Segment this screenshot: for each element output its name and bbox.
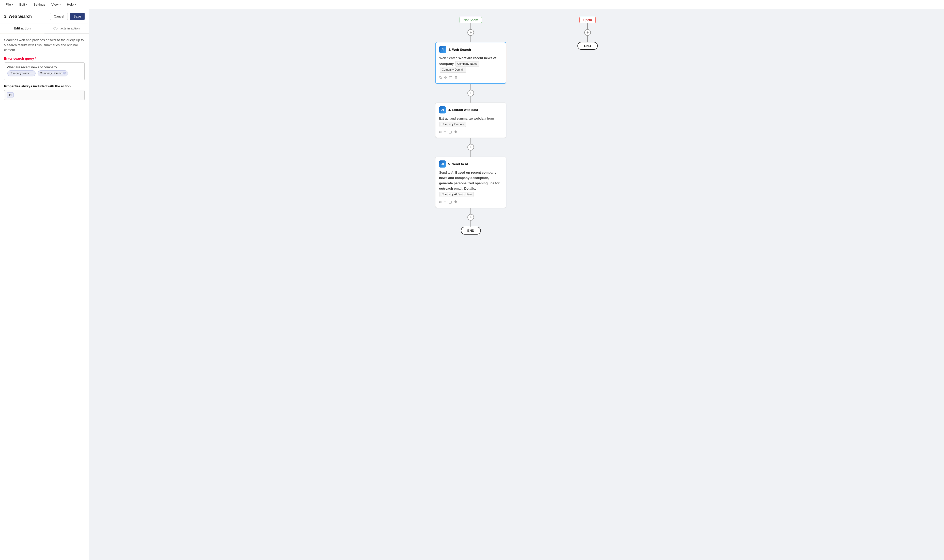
duplicate-icon-4[interactable]: ▢ (449, 130, 452, 134)
ai-badge-3: AI (439, 46, 446, 53)
copy-icon-3[interactable]: ⧉ (439, 75, 442, 80)
view-chevron-icon: ▾ (59, 3, 61, 6)
copy-icon-4[interactable]: ⧉ (439, 130, 441, 134)
spam-label: Spam (580, 17, 596, 23)
ai-badge-4: AI (439, 106, 446, 114)
add-button-right[interactable]: + (584, 29, 591, 36)
line-2 (470, 36, 471, 42)
search-query-box[interactable]: What are recent news of company Company … (4, 62, 85, 80)
add-button-4[interactable]: + (467, 214, 474, 221)
connector-1: + (467, 23, 474, 42)
tab-edit-action[interactable]: Edit action (0, 24, 45, 33)
left-panel-content: Searches web and provides answer to the … (0, 34, 89, 560)
tab-contacts-in-action[interactable]: Contacts in action (45, 24, 89, 33)
required-marker: * (35, 57, 36, 60)
search-query-label: Enter search query * (4, 57, 85, 60)
node5-tag-company-ai: Company AI Description (440, 192, 474, 197)
add-button-1[interactable]: + (467, 29, 474, 36)
node3-actions: ⧉ ✛ ▢ 🗑 (439, 75, 502, 80)
main-layout: 3. Web Search Cancel Save Edit action Co… (0, 9, 944, 560)
move-icon-4[interactable]: ✛ (444, 130, 447, 134)
node3-title: 3. Web Search (448, 48, 471, 52)
node5-body: Send to AI Based on recent company news … (439, 170, 503, 197)
help-menu[interactable]: Help ▾ (64, 2, 79, 8)
left-panel: 3. Web Search Cancel Save Edit action Co… (0, 9, 89, 560)
workflow-wrapper: Not Spam + AI 3. Web Search (94, 14, 939, 235)
move-icon-3[interactable]: ✛ (444, 75, 447, 80)
line-6 (470, 151, 471, 157)
node3-tag-company-domain: Company Domain (440, 67, 466, 72)
left-branch: Not Spam + AI 3. Web Search (435, 17, 506, 235)
cancel-button[interactable]: Cancel (50, 13, 68, 20)
line-1 (470, 23, 471, 29)
save-button[interactable]: Save (70, 13, 85, 20)
node-web-search[interactable]: AI 3. Web Search Web Search What are rec… (435, 42, 506, 84)
right-branch: Spam + END (577, 17, 597, 50)
left-panel-actions: Cancel Save (50, 13, 85, 20)
node4-actions: ⧉ ✛ ▢ 🗑 (439, 130, 503, 134)
ai-badge-5: AI (439, 160, 446, 168)
node5-actions: ⧉ ✛ ▢ 🗑 (439, 200, 503, 204)
line-r1 (587, 23, 588, 29)
add-button-2[interactable]: + (467, 90, 474, 97)
node-send-to-ai[interactable]: AI 5. Send to AI Send to AI Based on rec… (435, 157, 506, 208)
action-description: Searches web and provides answer to the … (4, 38, 85, 52)
duplicate-icon-5[interactable]: ▢ (449, 200, 452, 204)
node4-body: Extract and summarize webdata from Compa… (439, 116, 503, 127)
tab-bar: Edit action Contacts in action (0, 24, 89, 34)
not-spam-label: Not Spam (460, 17, 482, 23)
node3-tag-company-name: Company Name (455, 61, 480, 67)
file-menu[interactable]: File ▾ (3, 2, 16, 8)
duplicate-icon-3[interactable]: ▢ (449, 75, 452, 80)
left-panel-header: 3. Web Search Cancel Save (0, 9, 89, 24)
node3-body: Web Search What are recent news of compa… (439, 55, 502, 73)
properties-label: Properties always included with the acti… (4, 84, 85, 88)
node5-title: 5. Send to AI (448, 162, 468, 166)
connector-3: + (467, 138, 474, 157)
connector-2: + (467, 84, 474, 103)
view-menu[interactable]: View ▾ (49, 2, 63, 8)
delete-icon-4[interactable]: 🗑 (454, 130, 458, 134)
company-domain-info-icon: ⓘ (63, 71, 66, 75)
menu-bar: File ▾ Edit ▾ Settings View ▾ Help ▾ (0, 0, 944, 9)
settings-menu-label: Settings (33, 3, 45, 6)
line-r2 (587, 36, 588, 42)
settings-menu[interactable]: Settings (31, 2, 48, 8)
line-5 (470, 138, 471, 144)
delete-icon-5[interactable]: 🗑 (454, 200, 458, 204)
company-name-tag[interactable]: Company Name ⓘ (8, 70, 35, 76)
company-domain-tag[interactable]: Company Domain ⓘ (38, 70, 68, 76)
id-tag: id (7, 92, 14, 97)
file-chevron-icon: ▾ (12, 3, 13, 6)
branch-section: Not Spam + AI 3. Web Search (435, 17, 597, 235)
end-node-right: END (577, 42, 597, 50)
line-3 (470, 84, 471, 90)
node4-header: AI 4. Extract web data (439, 106, 503, 114)
help-menu-label: Help (67, 3, 74, 6)
search-query-text: What are recent news of company (7, 65, 57, 69)
edit-menu[interactable]: Edit ▾ (17, 2, 30, 8)
node3-header: AI 3. Web Search (439, 46, 502, 53)
end-node-left: END (461, 227, 481, 235)
canvas: Not Spam + AI 3. Web Search (89, 9, 944, 560)
line-8 (470, 221, 471, 227)
help-chevron-icon: ▾ (75, 3, 76, 6)
line-4 (470, 97, 471, 103)
connector-4: + (467, 208, 474, 227)
line-7 (470, 208, 471, 214)
edit-menu-label: Edit (19, 3, 25, 6)
file-menu-label: File (6, 3, 11, 6)
company-name-info-icon: ⓘ (31, 71, 33, 75)
left-panel-title: 3. Web Search (4, 14, 32, 19)
view-menu-label: View (51, 3, 59, 6)
node5-header: AI 5. Send to AI (439, 160, 503, 168)
connector-right-1: + (584, 23, 591, 42)
copy-icon-5[interactable]: ⧉ (439, 200, 441, 204)
properties-box: id (4, 90, 85, 100)
node4-tag-company-domain: Company Domain (440, 122, 466, 127)
edit-chevron-icon: ▾ (26, 3, 27, 6)
add-button-3[interactable]: + (467, 144, 474, 151)
move-icon-5[interactable]: ✛ (444, 200, 447, 204)
delete-icon-3[interactable]: 🗑 (454, 75, 458, 80)
node-extract-web-data[interactable]: AI 4. Extract web data Extract and summa… (435, 103, 506, 138)
